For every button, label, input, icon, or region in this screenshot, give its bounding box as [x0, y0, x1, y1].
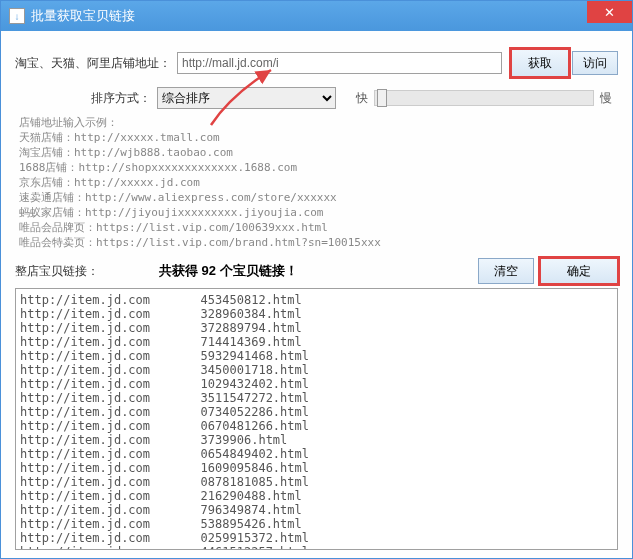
links-textarea[interactable] [15, 288, 618, 550]
speed-slider[interactable] [374, 90, 594, 106]
fetch-button[interactable]: 获取 [511, 49, 569, 77]
sort-label: 排序方式： [91, 90, 151, 107]
list-label: 整店宝贝链接： [15, 263, 99, 280]
url-input[interactable] [177, 52, 502, 74]
ok-button[interactable]: 确定 [540, 258, 618, 284]
window-title: 批量获取宝贝链接 [31, 7, 135, 25]
examples-block: 店铺地址输入示例： 天猫店铺：http://xxxxx.tmall.com 淘宝… [15, 115, 618, 250]
close-button[interactable]: ✕ [587, 1, 632, 23]
main-window: ↓ 批量获取宝贝链接 ✕ 淘宝、天猫、阿里店铺地址： 获取 访问 排序方式： 综… [0, 0, 633, 559]
url-label: 淘宝、天猫、阿里店铺地址： [15, 55, 171, 72]
titlebar: ↓ 批量获取宝贝链接 ✕ [1, 1, 632, 31]
count-label: 共获得 92 个宝贝链接！ [159, 262, 298, 280]
clear-button[interactable]: 清空 [478, 258, 534, 284]
fast-label: 快 [356, 90, 368, 107]
sort-select[interactable]: 综合排序 [157, 87, 336, 109]
slow-label: 慢 [600, 90, 612, 107]
slider-thumb[interactable] [377, 89, 387, 107]
app-icon: ↓ [9, 8, 25, 24]
visit-button[interactable]: 访问 [572, 51, 618, 75]
